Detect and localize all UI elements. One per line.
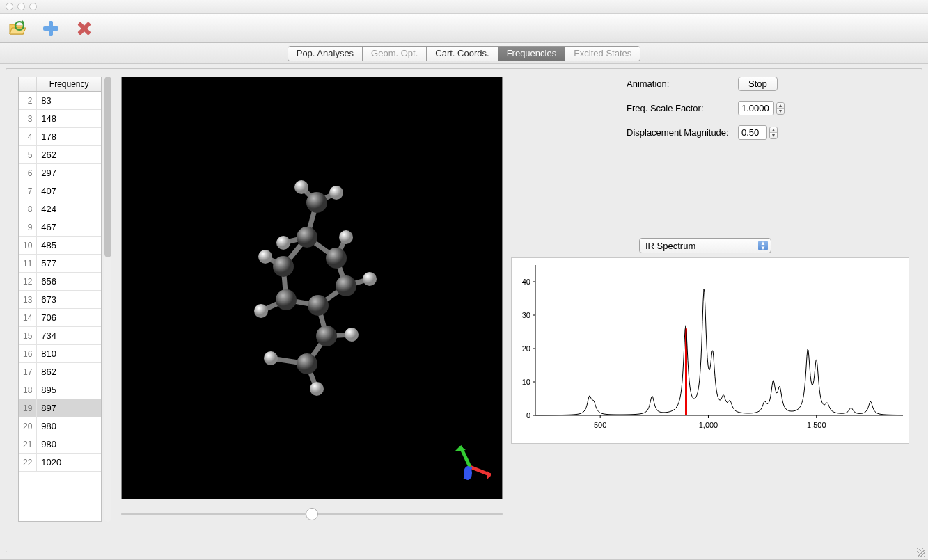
svg-point-27 bbox=[276, 236, 290, 250]
svg-point-29 bbox=[339, 230, 353, 244]
table-row[interactable]: 8424 bbox=[19, 200, 101, 218]
svg-point-30 bbox=[273, 256, 294, 277]
table-row[interactable]: 10485 bbox=[19, 237, 101, 255]
svg-point-25 bbox=[329, 186, 343, 200]
svg-point-37 bbox=[316, 326, 337, 346]
add-icon[interactable] bbox=[40, 18, 61, 39]
table-row[interactable]: 221020 bbox=[19, 454, 101, 472]
svg-marker-43 bbox=[487, 470, 491, 480]
freq-header-value: Frequency bbox=[37, 77, 101, 92]
svg-point-40 bbox=[264, 351, 278, 365]
content-panel: Frequency 283314841785262629774078424946… bbox=[0, 64, 928, 560]
window-minimize-icon[interactable] bbox=[17, 3, 25, 10]
animation-stop-button[interactable]: Stop bbox=[738, 77, 778, 91]
tab-bar: Pop. AnalysesGeom. Opt.Cart. Coords.Freq… bbox=[0, 43, 928, 64]
table-row[interactable]: 20980 bbox=[19, 417, 101, 435]
svg-point-31 bbox=[258, 250, 272, 264]
freq-header-index bbox=[19, 77, 37, 92]
svg-point-28 bbox=[326, 248, 347, 269]
freq-scale-stepper[interactable]: ▲▼ bbox=[776, 102, 785, 115]
svg-point-23 bbox=[306, 192, 327, 213]
table-row[interactable]: 21980 bbox=[19, 435, 101, 454]
tab-pop-analyses[interactable]: Pop. Analyses bbox=[288, 47, 363, 61]
svg-text:30: 30 bbox=[522, 311, 530, 319]
animation-label: Animation: bbox=[627, 79, 738, 89]
close-icon[interactable] bbox=[74, 18, 95, 39]
table-row[interactable]: 11577 bbox=[19, 255, 101, 273]
table-row[interactable]: 5262 bbox=[19, 146, 101, 164]
svg-text:0: 0 bbox=[526, 411, 530, 419]
table-row[interactable]: 283 bbox=[19, 92, 101, 110]
svg-point-35 bbox=[336, 275, 356, 296]
animation-slider[interactable] bbox=[121, 506, 503, 522]
freq-scale-label: Freq. Scale Factor: bbox=[627, 103, 738, 113]
frequency-table[interactable]: Frequency 283314841785262629774078424946… bbox=[18, 77, 102, 522]
open-file-icon[interactable] bbox=[7, 18, 28, 39]
tab-excited-states: Excited States bbox=[565, 47, 640, 61]
svg-point-36 bbox=[363, 272, 377, 286]
table-row[interactable]: 19897 bbox=[19, 399, 101, 417]
table-row[interactable]: 3148 bbox=[19, 110, 101, 128]
window-zoom-icon[interactable] bbox=[29, 3, 37, 10]
controls-panel: Animation: Stop Freq. Scale Factor: ▲▼ D… bbox=[627, 77, 905, 150]
svg-point-41 bbox=[310, 382, 324, 396]
table-row[interactable]: 15734 bbox=[19, 327, 101, 345]
svg-text:10: 10 bbox=[522, 378, 530, 386]
svg-point-34 bbox=[308, 295, 329, 316]
table-row[interactable]: 13673 bbox=[19, 291, 101, 309]
molecule-viewport[interactable] bbox=[121, 77, 503, 499]
window-close-icon[interactable] bbox=[6, 3, 13, 10]
table-row[interactable]: 7407 bbox=[19, 182, 101, 200]
svg-point-47 bbox=[464, 466, 472, 480]
tab-frequencies[interactable]: Frequencies bbox=[498, 47, 566, 61]
svg-rect-1 bbox=[43, 26, 58, 31]
svg-point-33 bbox=[254, 304, 268, 318]
spectrum-select-value: IR Spectrum bbox=[645, 241, 695, 251]
table-row[interactable]: 18895 bbox=[19, 381, 101, 399]
svg-point-39 bbox=[297, 353, 317, 374]
svg-text:1,500: 1,500 bbox=[807, 421, 826, 429]
svg-text:40: 40 bbox=[522, 278, 530, 286]
table-row[interactable]: 16810 bbox=[19, 345, 101, 363]
spectrum-type-select[interactable]: IR Spectrum ▲▼ bbox=[639, 238, 771, 253]
table-row[interactable]: 17862 bbox=[19, 363, 101, 381]
ir-spectrum-chart[interactable]: 0102030405001,0001,500 bbox=[511, 257, 909, 444]
table-row[interactable]: 12656 bbox=[19, 273, 101, 291]
svg-point-38 bbox=[345, 328, 359, 342]
window-titlebar bbox=[0, 0, 928, 14]
resize-grip-icon[interactable] bbox=[917, 548, 925, 557]
svg-point-32 bbox=[276, 289, 297, 310]
frequency-scrollbar[interactable] bbox=[104, 77, 111, 522]
table-row[interactable]: 14706 bbox=[19, 309, 101, 327]
disp-mag-stepper[interactable]: ▲▼ bbox=[769, 127, 778, 139]
toolbar bbox=[0, 14, 928, 43]
table-row[interactable]: 4178 bbox=[19, 128, 101, 146]
disp-mag-label: Displacement Magnitude: bbox=[627, 127, 738, 138]
tab-cart-coords-[interactable]: Cart. Coords. bbox=[427, 47, 498, 61]
table-row[interactable]: 9467 bbox=[19, 218, 101, 237]
freq-scale-input[interactable] bbox=[738, 101, 774, 115]
svg-text:500: 500 bbox=[594, 421, 606, 429]
svg-text:1,000: 1,000 bbox=[699, 421, 718, 429]
svg-point-24 bbox=[294, 180, 308, 194]
tab-geom-opt-: Geom. Opt. bbox=[363, 47, 427, 61]
svg-point-26 bbox=[297, 227, 317, 248]
svg-text:20: 20 bbox=[522, 344, 530, 353]
table-row[interactable]: 6297 bbox=[19, 164, 101, 182]
disp-mag-input[interactable] bbox=[738, 125, 767, 140]
